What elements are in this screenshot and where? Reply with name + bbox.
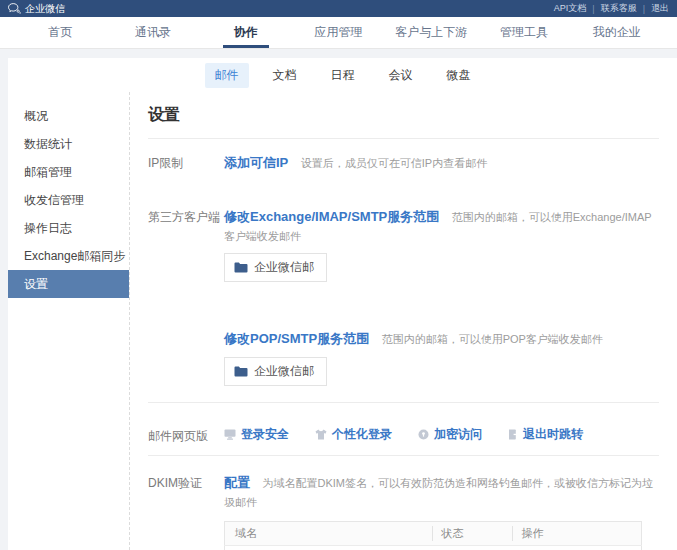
nav-item-my-company[interactable]: 我的企业 — [570, 17, 663, 48]
nav-item-admin-tools[interactable]: 管理工具 — [478, 17, 571, 48]
nav-item-collaboration[interactable]: 协作 — [199, 17, 292, 48]
page-title: 设置 — [148, 105, 659, 126]
sidebar-item-statistics[interactable]: 数据统计 — [8, 130, 129, 158]
brand: 企业微信 — [8, 2, 65, 16]
sidebar-item-mailbox-management[interactable]: 邮箱管理 — [8, 158, 129, 186]
wework-logo-icon — [8, 3, 21, 14]
personalized-login-item: 个性化登录 — [315, 426, 392, 443]
nav-item-customers[interactable]: 客户与上下游 — [385, 17, 478, 48]
tab-meeting[interactable]: 会议 — [379, 63, 423, 88]
tab-docs[interactable]: 文档 — [263, 63, 307, 88]
sidebar-item-label: 数据统计 — [24, 137, 72, 151]
personalized-login-link[interactable]: 个性化登录 — [332, 426, 392, 443]
nav-item-label: 管理工具 — [500, 24, 548, 41]
nav-item-label: 我的企业 — [593, 24, 641, 41]
scope-tag-label: 企业微信邮 — [254, 259, 314, 276]
sidebar-item-send-receive[interactable]: 收发信管理 — [8, 186, 129, 214]
column-header-action: 操作 — [512, 522, 642, 546]
topbar-separator: | — [643, 4, 645, 14]
dkim-domain-table: 域名 状态 操作 988666.club 已验证 查看配置 — [224, 521, 642, 550]
main-nav: 首页 通讯录 协作 应用管理 客户与上下游 管理工具 我的企业 — [0, 17, 677, 49]
folder-icon — [234, 366, 248, 377]
exit-icon — [508, 429, 518, 440]
sidebar-item-settings[interactable]: 设置 — [8, 270, 129, 298]
topbar-links: API文档 | 联系客服 | 退出 — [554, 2, 669, 15]
encrypted-access-link[interactable]: 加密访问 — [434, 426, 482, 443]
lock-icon — [418, 429, 429, 440]
dkim-hint: 为域名配置DKIM签名，可以有效防范伪造和网络钓鱼邮件，或被收信方标记为垃圾邮件 — [224, 477, 653, 508]
topbar-separator: | — [592, 4, 594, 14]
encrypted-access-item: 加密访问 — [418, 426, 482, 443]
sidebar-item-label: 邮箱管理 — [24, 165, 72, 179]
dkim-config-link[interactable]: 配置 — [224, 475, 250, 490]
nav-item-contacts[interactable]: 通讯录 — [107, 17, 200, 48]
webmail-label: 邮件网页版 — [148, 426, 224, 445]
divider — [148, 455, 659, 456]
topbar: 企业微信 API文档 | 联系客服 | 退出 — [0, 0, 677, 17]
tab-label: 微盘 — [447, 68, 471, 82]
tab-mail[interactable]: 邮件 — [205, 63, 249, 88]
column-header-domain: 域名 — [225, 522, 432, 546]
divider — [148, 138, 659, 139]
add-trusted-ip-link[interactable]: 添加可信IP — [224, 155, 288, 170]
divider — [148, 402, 659, 403]
sidebar-item-label: 操作日志 — [24, 221, 72, 235]
sidebar-item-overview[interactable]: 概况 — [8, 102, 129, 130]
third-party-label: 第三方客户端 — [148, 207, 224, 226]
nav-item-label: 协作 — [234, 24, 258, 41]
exchange-scope-block: 修改Exchange/IMAP/SMTP服务范围 范围内的邮箱，可以使用Exch… — [224, 207, 659, 282]
monitor-icon — [224, 429, 236, 440]
tab-drive[interactable]: 微盘 — [437, 63, 481, 88]
nav-item-label: 应用管理 — [315, 24, 363, 41]
contact-support-link[interactable]: 联系客服 — [601, 2, 637, 15]
login-security-item: 登录安全 — [224, 426, 289, 443]
pop-scope-block: 修改POP/SMTP服务范围 范围内的邮箱，可以使用POP客户端收发邮件 企业微… — [224, 329, 659, 386]
api-docs-link[interactable]: API文档 — [554, 2, 587, 15]
dkim-row: DKIM验证 配置 为域名配置DKIM签名，可以有效防范伪造和网络钓鱼邮件，或被… — [148, 470, 659, 550]
modify-pop-scope-link[interactable]: 修改POP/SMTP服务范围 — [224, 331, 369, 346]
sidebar-item-exchange-sync[interactable]: Exchange邮箱同步 — [8, 242, 129, 270]
login-security-link[interactable]: 登录安全 — [241, 426, 289, 443]
sidebar: 概况 数据统计 邮箱管理 收发信管理 操作日志 Exchange邮箱同步 设置 — [8, 92, 130, 550]
logout-redirect-item: 退出时跳转 — [508, 426, 583, 443]
sidebar-item-operation-log[interactable]: 操作日志 — [8, 214, 129, 242]
tab-calendar[interactable]: 日程 — [321, 63, 365, 88]
nav-item-apps[interactable]: 应用管理 — [292, 17, 385, 48]
nav-item-label: 通讯录 — [135, 24, 171, 41]
sidebar-item-label: Exchange邮箱同步 — [24, 249, 125, 263]
ip-restriction-hint: 设置后，成员仅可在可信IP内查看邮件 — [301, 157, 487, 169]
settings-panel: 设置 IP限制 添加可信IP 设置后，成员仅可在可信IP内查看邮件 第三方客户端 — [130, 92, 677, 550]
third-party-row: 第三方客户端 修改Exchange/IMAP/SMTP服务范围 范围内的邮箱，可… — [148, 207, 659, 402]
table-header-row: 域名 状态 操作 — [225, 522, 642, 546]
webmail-row: 邮件网页版 登录安全 — [148, 417, 659, 455]
logout-redirect-link[interactable]: 退出时跳转 — [523, 426, 583, 443]
nav-item-label: 首页 — [48, 24, 72, 41]
nav-item-label: 客户与上下游 — [395, 24, 467, 41]
tab-label: 会议 — [389, 68, 413, 82]
sidebar-item-label: 设置 — [24, 277, 48, 291]
exchange-scope-tag: 企业微信邮 — [224, 253, 327, 282]
subtabs: 邮件 文档 日程 会议 微盘 — [8, 58, 677, 92]
pop-scope-hint: 范围内的邮箱，可以使用POP客户端收发邮件 — [382, 333, 603, 345]
sidebar-item-label: 概况 — [24, 109, 48, 123]
scope-tag-label: 企业微信邮 — [254, 363, 314, 380]
ip-restriction-label: IP限制 — [148, 153, 224, 172]
sidebar-item-label: 收发信管理 — [24, 193, 84, 207]
tab-label: 邮件 — [215, 68, 239, 82]
table-row: 988666.club 已验证 查看配置 — [225, 546, 642, 550]
page-background: 邮件 文档 日程 会议 微盘 概况 数据统计 邮箱管理 收发信管理 操作日志 E… — [0, 49, 677, 550]
tab-label: 日程 — [331, 68, 355, 82]
nav-item-home[interactable]: 首页 — [14, 17, 107, 48]
brand-name: 企业微信 — [25, 2, 65, 16]
tab-label: 文档 — [273, 68, 297, 82]
domain-cell: 988666.club — [225, 546, 432, 550]
column-header-status: 状态 — [432, 522, 512, 546]
folder-icon — [234, 262, 248, 273]
dkim-label: DKIM验证 — [148, 473, 224, 492]
pop-scope-tag: 企业微信邮 — [224, 357, 327, 386]
logout-link[interactable]: 退出 — [651, 2, 669, 15]
modify-exchange-scope-link[interactable]: 修改Exchange/IMAP/SMTP服务范围 — [224, 209, 439, 224]
shirt-icon — [315, 429, 327, 440]
ip-restriction-row: IP限制 添加可信IP 设置后，成员仅可在可信IP内查看邮件 — [148, 153, 659, 172]
content-card: 邮件 文档 日程 会议 微盘 概况 数据统计 邮箱管理 收发信管理 操作日志 E… — [8, 58, 677, 550]
